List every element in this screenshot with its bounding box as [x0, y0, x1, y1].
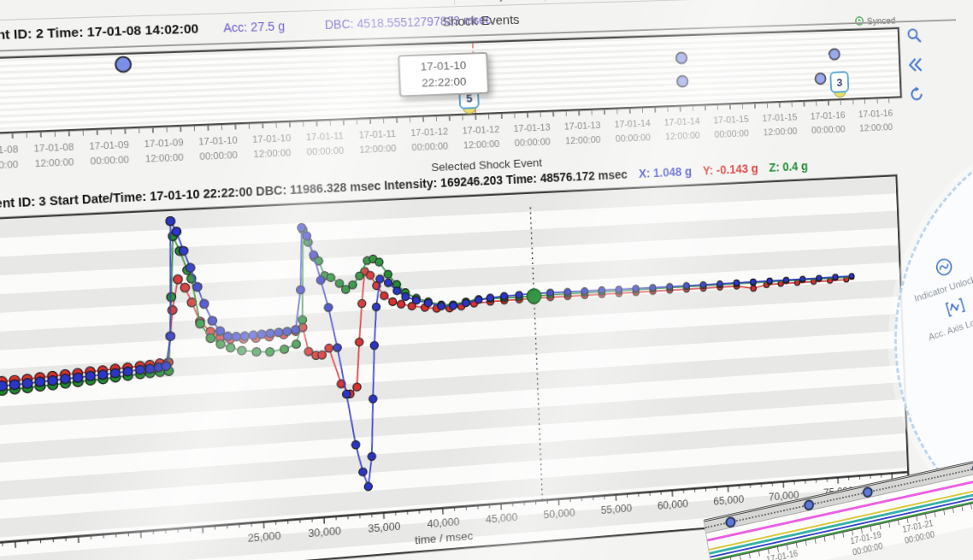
selected-point-z[interactable] — [527, 289, 541, 304]
x-tick-label: 40,000 — [427, 516, 459, 531]
timeline-axis-label: 17-01-1312:00:00 — [557, 118, 608, 148]
mini-timeline-marker[interactable] — [724, 516, 736, 528]
ui-plane: Layout Shock Event ID: 2 Time: 17-01-08 … — [0, 0, 973, 560]
timeline-tooltip: 17-01-10 22:22:00 — [398, 52, 489, 97]
timeline-axis-label: 17-01-1012:00:00 — [245, 131, 299, 162]
badge-count: 3 — [829, 71, 849, 93]
timeline-axis-label: 17-01-1612:00:00 — [852, 106, 900, 135]
app-window: Layout Shock Event ID: 2 Time: 17-01-08 … — [0, 0, 973, 560]
zoom-button[interactable] — [905, 27, 923, 44]
y-acc-value: Y: -0.143 g — [703, 162, 758, 178]
series-x[interactable] — [0, 184, 861, 518]
shock-event-marker[interactable] — [675, 52, 687, 65]
x-axis-title: time / msec — [415, 529, 474, 546]
axis-lock-icon[interactable] — [944, 296, 966, 319]
x-tick-label: 25,000 — [247, 530, 281, 545]
z-acc-value: Z: 0.4 g — [769, 159, 808, 174]
shock-event-marker[interactable] — [115, 56, 133, 74]
timeline-axis-label: 17-01-1500:00:00 — [706, 112, 756, 141]
rewind-button[interactable] — [906, 56, 923, 74]
x-tick-label: 55,000 — [600, 503, 632, 516]
selected-time-dotted-line — [530, 208, 542, 501]
refresh-button[interactable] — [908, 85, 925, 103]
x-tick-label: 60,000 — [658, 498, 689, 512]
acc-value: Acc: 27.5 g — [223, 19, 286, 34]
sync-status-icon — [854, 15, 864, 27]
timeline-axis-label: 17-01-1600:00:00 — [804, 108, 852, 137]
x-tick-label: 45,000 — [486, 511, 518, 526]
timeline-axis-label: 17-01-1212:00:00 — [455, 122, 507, 152]
tab-layout[interactable]: Layout — [487, 0, 519, 2]
timeline-axis-label: 17-01-0800:00:00 — [0, 142, 27, 174]
shock-chart-plot[interactable]: 25,00030,00035,00040,00045,00050,00055,0… — [0, 176, 909, 560]
x-tick-label: 30,000 — [308, 526, 341, 540]
x-tick-label: 50,000 — [544, 507, 575, 521]
x-tick-label: 35,000 — [368, 521, 401, 535]
mini-timeline-marker[interactable] — [862, 486, 874, 498]
timeline-axis-label: 17-01-1100:00:00 — [298, 128, 351, 159]
synced-label: Synced — [867, 15, 896, 26]
timeline-axis-label: 17-01-1512:00:00 — [755, 109, 805, 139]
timeline-axis-label: 17-01-0912:00:00 — [136, 135, 192, 167]
ribbon-separator — [453, 0, 455, 4]
series-y[interactable] — [0, 239, 852, 421]
tooltip-time: 22:22:00 — [402, 74, 486, 92]
shock-event-marker[interactable] — [814, 73, 826, 85]
timeline-axis-label: 17-01-1300:00:00 — [506, 120, 558, 150]
shock-chart-panel[interactable]: 25,00030,00035,00040,00045,00050,00055,0… — [0, 174, 911, 560]
timeline-axis-label: 17-01-1112:00:00 — [351, 127, 404, 157]
event-summary: Event ID: 2 Time: 17-01-08 14:02:00 — [0, 21, 198, 43]
timeline-axis-label: 17-01-0812:00:00 — [26, 139, 82, 171]
event-count-badge[interactable]: 3 — [829, 71, 849, 93]
page-title: Shock Events — [442, 12, 520, 29]
radial-control-content: Indicator Unlocked Acc. Axis Locked — [903, 245, 973, 346]
timeline-axis-label: 17-01-1000:00:00 — [191, 133, 245, 163]
x-acc-value: X: 1.048 g — [639, 164, 693, 180]
timeline-axis-label: 17-01-0900:00:00 — [81, 137, 138, 168]
ribbon-separator — [544, 0, 545, 2]
timeline-axis-label: 17-01-1200:00:00 — [403, 124, 456, 155]
shock-event-marker[interactable] — [675, 75, 688, 88]
indicator-wave-icon[interactable] — [933, 255, 956, 280]
mini-timeline-marker[interactable] — [803, 498, 815, 511]
shock-event-marker[interactable] — [828, 48, 840, 61]
timeline-toolbar — [902, 27, 929, 103]
timeline-axis-label: 17-01-1412:00:00 — [657, 114, 707, 144]
x-tick-label: 65,000 — [713, 494, 744, 508]
timeline-axis-label: 17-01-1400:00:00 — [607, 115, 658, 145]
